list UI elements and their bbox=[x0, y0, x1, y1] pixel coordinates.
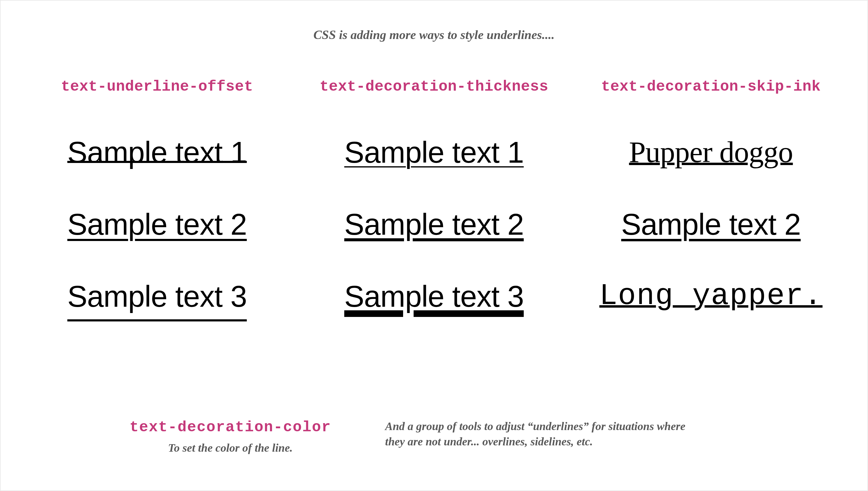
sample-thickness-2: Sample text 2 bbox=[344, 209, 524, 239]
footer-subtitle: To set the color of the line. bbox=[130, 441, 331, 454]
sample-offset-3: Sample text 3 bbox=[67, 281, 247, 311]
footer-left: text-decoration-color To set the color o… bbox=[130, 419, 331, 454]
intro-text: CSS is adding more ways to style underli… bbox=[28, 28, 840, 42]
heading-text-underline-offset: text-underline-offset bbox=[61, 78, 253, 95]
sample-thickness-3: Sample text 3 bbox=[344, 281, 524, 311]
sample-thickness-1: Sample text 1 bbox=[344, 137, 524, 167]
columns-row: text-underline-offset Sample text 1 Samp… bbox=[28, 78, 840, 419]
sample-skipink-2: Sample text 2 bbox=[621, 209, 801, 239]
sample-skipink-1: Pupper doggo bbox=[629, 137, 793, 167]
heading-text-decoration-thickness: text-decoration-thickness bbox=[320, 78, 549, 95]
sample-offset-2: Sample text 2 bbox=[67, 209, 247, 239]
column-thickness: text-decoration-thickness Sample text 1 … bbox=[304, 78, 563, 419]
slide: CSS is adding more ways to style underli… bbox=[0, 0, 868, 491]
footer-note: And a group of tools to adjust “underlin… bbox=[385, 419, 691, 450]
sample-offset-1: Sample text 1 bbox=[67, 137, 247, 167]
column-offset: text-underline-offset Sample text 1 Samp… bbox=[28, 78, 286, 419]
heading-text-decoration-skip-ink: text-decoration-skip-ink bbox=[601, 78, 820, 95]
column-skip-ink: text-decoration-skip-ink Pupper doggo Sa… bbox=[582, 78, 840, 419]
footer-row: text-decoration-color To set the color o… bbox=[28, 419, 840, 472]
heading-text-decoration-color: text-decoration-color bbox=[130, 419, 331, 436]
sample-skipink-3: Long yapper. bbox=[599, 281, 823, 311]
